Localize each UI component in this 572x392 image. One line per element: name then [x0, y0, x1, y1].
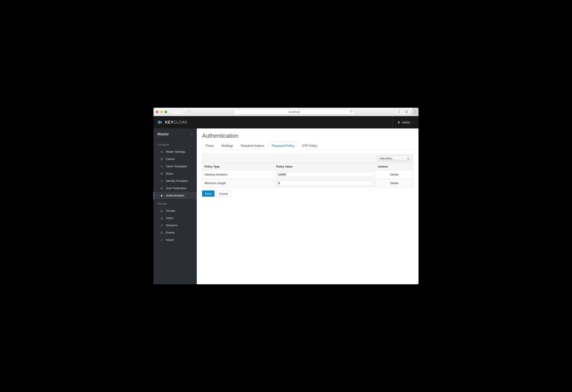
svg-point-11	[161, 187, 163, 188]
sidebar-item-label: Roles	[166, 172, 173, 175]
tab-flows[interactable]: Flows	[202, 141, 218, 150]
import-icon	[160, 239, 163, 241]
forward-button[interactable]	[177, 109, 184, 114]
sidebar-item-label: User Federation	[166, 186, 186, 190]
policy-value-cell	[274, 179, 375, 187]
svg-point-10	[162, 151, 163, 152]
main-content: Authentication Flows Bindings Required A…	[197, 128, 418, 284]
back-button[interactable]	[171, 109, 177, 114]
sidebar-item-events[interactable]: Events	[154, 229, 197, 236]
realm-selector[interactable]: Master ⌄	[154, 128, 197, 140]
sidebar-item-label: Identity Providers	[166, 179, 188, 182]
svg-point-7	[398, 121, 399, 122]
app-topbar: KEYCLOAK Admin ⌄	[154, 116, 418, 128]
group-icon	[160, 210, 163, 212]
tabs-icon	[405, 111, 408, 113]
brand-part-1: KEY	[165, 120, 174, 124]
sidebar-item-label: Users	[166, 216, 173, 220]
save-button[interactable]: Save	[202, 191, 214, 197]
database-icon	[160, 187, 163, 190]
add-policy-label: Add policy...	[380, 157, 394, 160]
cubes-icon	[160, 165, 163, 168]
sidebar-item-import[interactable]: Import	[154, 236, 197, 243]
policy-type-cell: Minimum Length	[202, 179, 274, 187]
policy-value-cell	[274, 170, 375, 179]
list-icon	[160, 172, 163, 175]
form-buttons: Save Cancel	[202, 191, 413, 197]
policy-type-cell: Hashing Iterations	[202, 170, 274, 179]
user-menu[interactable]: Admin ⌄	[392, 116, 414, 128]
cube-icon	[160, 158, 163, 160]
minimize-window-button[interactable]	[160, 111, 163, 113]
svg-point-9	[161, 152, 162, 152]
maximize-window-button[interactable]	[164, 111, 167, 113]
sidebar-item-realm-settings[interactable]: Realm Settings	[154, 148, 197, 155]
policy-value-input[interactable]	[276, 171, 373, 177]
reload-icon[interactable]	[350, 110, 352, 113]
chevron-down-icon: ⌄	[191, 133, 193, 136]
nav-buttons	[171, 109, 184, 114]
tab-otp-policy[interactable]: OTP Policy	[298, 141, 321, 150]
user-icon	[160, 217, 163, 219]
panel-icon	[188, 111, 191, 113]
sidebar-item-label: Clients	[166, 157, 175, 161]
exchange-icon	[160, 180, 163, 182]
sidebar: Master ⌄ Configure Realm Settings Client…	[154, 128, 197, 284]
chevron-right-icon	[180, 111, 181, 113]
tabs: Flows Bindings Required Actions Password…	[202, 141, 413, 150]
section-manage-label: Manage	[154, 199, 197, 207]
url-bar[interactable]: localhost	[234, 109, 354, 115]
svg-point-13	[161, 210, 162, 211]
svg-point-14	[162, 210, 162, 211]
section-configure-label: Configure	[154, 140, 197, 148]
share-button[interactable]	[396, 109, 402, 114]
tab-bindings[interactable]: Bindings	[218, 141, 237, 150]
policy-value-input[interactable]	[276, 180, 373, 186]
realm-name: Master	[158, 132, 169, 136]
chevron-down-icon: ⌄	[412, 121, 414, 124]
policy-table: Policy Type Policy Value Actions Hashing…	[202, 163, 413, 187]
user-name: Admin	[402, 121, 410, 124]
traffic-lights	[156, 111, 167, 113]
tab-password-policy[interactable]: Password Policy	[268, 141, 298, 150]
sidebar-item-label: Events	[166, 231, 175, 234]
select-arrows-icon: ▴▾	[408, 158, 409, 160]
sidebar-item-clients[interactable]: Clients	[154, 155, 197, 163]
svg-rect-0	[188, 111, 191, 113]
sidebar-item-user-federation[interactable]: User Federation	[154, 184, 197, 192]
brand-part-2: CLOAK	[174, 120, 188, 124]
sidebar-item-users[interactable]: Users	[154, 214, 197, 222]
calendar-icon	[160, 231, 163, 234]
sidebar-item-sessions[interactable]: Sessions	[154, 222, 197, 229]
tab-required-actions[interactable]: Required Actions	[237, 141, 268, 150]
sidebar-item-groups[interactable]: Groups	[154, 207, 197, 214]
policy-actions-cell: Delete	[376, 170, 413, 179]
sidebar-item-label: Groups	[166, 209, 175, 212]
browser-titlebar: localhost +	[154, 108, 418, 116]
tabs-button[interactable]	[403, 109, 410, 114]
svg-rect-17	[161, 232, 163, 234]
sidebar-item-client-templates[interactable]: Client Templates	[154, 163, 197, 170]
sidebar-toggle-button[interactable]	[187, 109, 193, 114]
sidebar-item-roles[interactable]: Roles	[154, 170, 197, 177]
app: KEYCLOAK Admin ⌄ Master ⌄ Configure	[154, 116, 418, 284]
sidebar-item-authentication[interactable]: Authentication	[154, 192, 197, 199]
delete-button[interactable]: Delete	[390, 181, 399, 185]
user-icon	[397, 121, 400, 124]
svg-point-15	[161, 217, 162, 218]
close-window-button[interactable]	[156, 111, 158, 113]
cancel-button[interactable]: Cancel	[216, 191, 231, 197]
svg-rect-3	[406, 111, 408, 113]
policy-actions-cell: Delete	[376, 179, 413, 187]
clock-icon	[160, 224, 163, 227]
browser-window: localhost + KEYCLOAK	[154, 108, 418, 284]
lock-icon	[160, 194, 163, 197]
add-policy-select[interactable]: Add policy... ▴▾	[378, 156, 411, 161]
toolbar-right	[396, 109, 410, 114]
page-title: Authentication	[202, 133, 413, 139]
svg-rect-2	[405, 111, 407, 113]
delete-button[interactable]: Delete	[390, 173, 399, 176]
sidebar-item-label: Client Templates	[166, 165, 187, 168]
sidebar-item-identity-providers[interactable]: Identity Providers	[154, 177, 197, 184]
new-tab-button[interactable]: +	[412, 108, 418, 116]
